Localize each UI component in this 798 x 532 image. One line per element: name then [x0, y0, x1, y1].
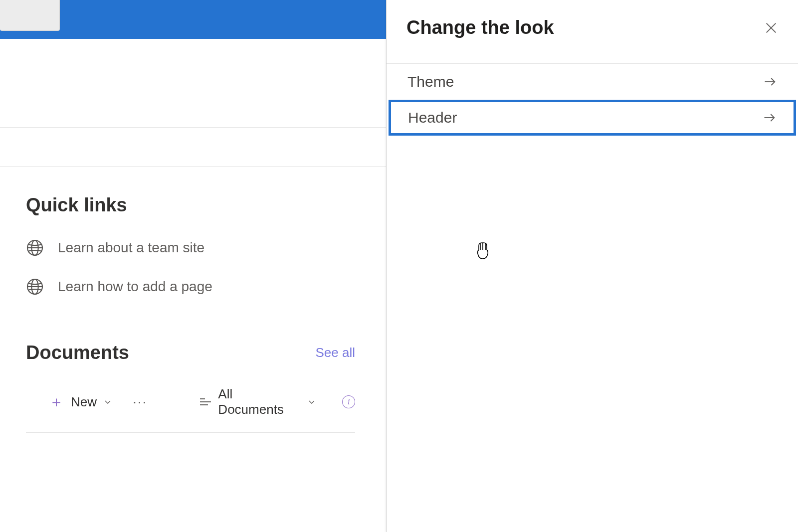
arrow-right-icon — [763, 111, 777, 125]
documents-title: Documents — [26, 342, 129, 363]
more-options-button[interactable]: ··· — [133, 394, 147, 410]
divider — [26, 432, 355, 433]
new-button-label: New — [71, 394, 97, 410]
quick-link-item[interactable]: Learn about a team site — [26, 239, 355, 257]
plus-icon: ＋ — [49, 394, 64, 409]
view-selector[interactable]: All Documents — [200, 386, 315, 417]
panel-title: Change the look — [406, 17, 554, 38]
close-icon[interactable] — [764, 21, 778, 35]
globe-icon — [26, 239, 44, 257]
quick-link-label: Learn about a team site — [58, 240, 204, 256]
quick-links-section: Quick links Learn about a team site — [26, 194, 355, 317]
info-icon[interactable]: i — [342, 395, 355, 408]
arrow-right-icon — [763, 75, 777, 89]
globe-icon — [26, 278, 44, 296]
main-content: Quick links Learn about a team site — [0, 0, 386, 532]
change-the-look-panel: Change the look Theme Header — [387, 0, 798, 532]
quick-link-item[interactable]: Learn how to add a page — [26, 278, 355, 296]
view-selector-label: All Documents — [218, 386, 300, 417]
menu-item-theme[interactable]: Theme — [387, 64, 798, 100]
new-button[interactable]: ＋ New — [49, 394, 112, 410]
quick-links-title: Quick links — [26, 194, 355, 216]
mouse-cursor-icon — [475, 242, 491, 261]
menu-item-label: Header — [408, 109, 457, 126]
documents-section: Documents See all ＋ New ··· All Document… — [26, 342, 355, 433]
menu-item-header[interactable]: Header — [389, 100, 796, 136]
documents-toolbar: ＋ New ··· All Documents i — [26, 386, 355, 417]
quick-link-label: Learn how to add a page — [58, 279, 212, 295]
panel-header: Change the look — [387, 0, 798, 63]
list-view-icon — [200, 398, 211, 405]
see-all-link[interactable]: See all — [316, 345, 356, 360]
menu-item-label: Theme — [407, 73, 454, 90]
chevron-down-icon — [308, 398, 316, 406]
chevron-down-icon — [104, 398, 112, 406]
